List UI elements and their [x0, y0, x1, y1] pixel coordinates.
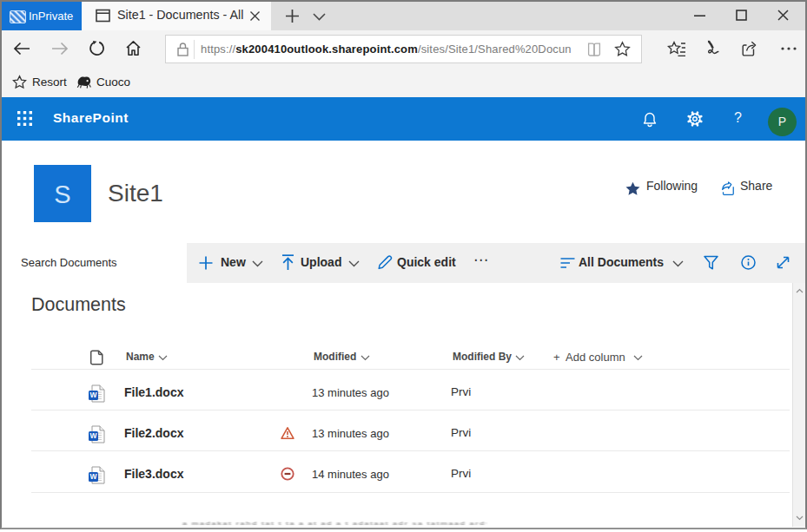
svg-text:W: W — [89, 472, 97, 481]
svg-text:W: W — [89, 431, 97, 440]
svg-text:W: W — [89, 391, 97, 399]
